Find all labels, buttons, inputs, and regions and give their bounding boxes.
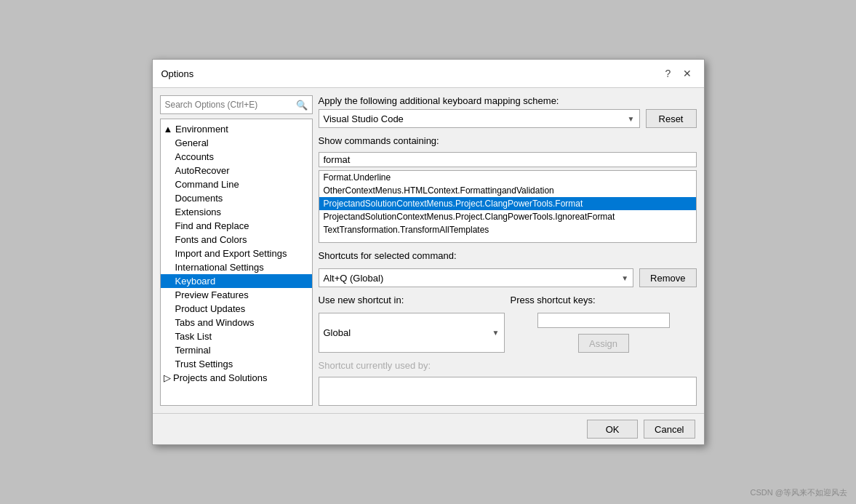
command-list-item[interactable]: ProjectandSolutionContextMenus.Project.C… — [319, 197, 696, 210]
tree-item[interactable]: International Settings — [161, 260, 312, 274]
title-bar-buttons: ? ✕ — [660, 65, 695, 81]
shortcut-dropdown-arrow: ▼ — [621, 274, 628, 282]
used-by-label: Shortcut currently used by: — [319, 360, 697, 371]
tree-item[interactable]: Documents — [161, 191, 312, 205]
dialog-body: 🔍 ▲ EnvironmentGeneralAccountsAutoRecove… — [153, 88, 704, 413]
options-dialog: Options ? ✕ 🔍 ▲ EnvironmentGeneralAccoun… — [152, 59, 705, 445]
tree-item[interactable]: Tabs and Windows — [161, 316, 312, 329]
mapping-row: Visual Studio Code ▼ Reset — [319, 109, 697, 128]
mapping-value: Visual Studio Code — [324, 113, 404, 124]
cancel-button[interactable]: Cancel — [644, 420, 695, 439]
tree-item[interactable]: Product Updates — [161, 302, 312, 316]
remove-button[interactable]: Remove — [639, 268, 696, 287]
use-new-value: Global — [324, 327, 351, 338]
tree-item[interactable]: Trust Settings — [161, 357, 312, 371]
tree-item[interactable]: AutoRecover — [161, 164, 312, 177]
command-list-item[interactable]: TextTransformation.TransformAllTemplates — [319, 223, 696, 236]
mapping-dropdown-arrow: ▼ — [628, 115, 635, 123]
tree-item[interactable]: Find and Replace — [161, 219, 312, 233]
use-new-dropdown-arrow: ▼ — [492, 329, 500, 337]
tree-view[interactable]: ▲ EnvironmentGeneralAccountsAutoRecoverC… — [160, 119, 313, 406]
shortcuts-section: Shortcuts for selected command: Alt+Q (G… — [319, 250, 697, 287]
used-by-box — [319, 377, 697, 406]
shortcut-value: Alt+Q (Global) — [324, 273, 384, 284]
press-keys-col: Press shortcut keys: — [511, 295, 697, 308]
assign-button[interactable]: Assign — [578, 334, 629, 353]
shortcut-labels-row: Use new shortcut in: Press shortcut keys… — [319, 295, 697, 308]
tree-item[interactable]: General — [161, 136, 312, 150]
show-commands-section: Show commands containing: Format.Underli… — [319, 135, 697, 243]
search-icon: 🔍 — [296, 100, 308, 111]
command-list-item[interactable]: OtherContextMenus.HTMLContext.Formatting… — [319, 184, 696, 197]
shortcuts-row: Alt+Q (Global) ▼ Remove — [319, 268, 697, 287]
left-panel: 🔍 ▲ EnvironmentGeneralAccountsAutoRecove… — [160, 95, 313, 406]
command-list-item[interactable]: ProjectandSolutionContextMenus.Project.C… — [319, 210, 696, 223]
tree-item[interactable]: Task List — [161, 329, 312, 343]
title-bar: Options ? ✕ — [153, 60, 704, 88]
commands-list[interactable]: Format.UnderlineOtherContextMenus.HTMLCo… — [319, 170, 697, 243]
ok-button[interactable]: OK — [587, 420, 638, 439]
shortcut-dropdown[interactable]: Alt+Q (Global) ▼ — [319, 268, 634, 287]
tree-item[interactable]: ▲ Environment — [161, 122, 312, 136]
right-panel: Apply the following additional keyboard … — [319, 95, 697, 406]
press-keys-input[interactable] — [537, 313, 670, 328]
press-keys-label: Press shortcut keys: — [511, 295, 697, 305]
tree-item[interactable]: Terminal — [161, 343, 312, 357]
mapping-dropdown[interactable]: Visual Studio Code ▼ — [319, 109, 640, 128]
press-keys-input-col: Assign — [511, 313, 697, 353]
command-list-item[interactable]: Format.Underline — [319, 171, 696, 184]
tree-item[interactable]: Import and Export Settings — [161, 247, 312, 260]
shortcuts-label: Shortcuts for selected command: — [319, 250, 697, 261]
mapping-label: Apply the following additional keyboard … — [319, 95, 697, 106]
use-new-shortcut-section: Use new shortcut in: Press shortcut keys… — [319, 295, 697, 353]
show-commands-input[interactable] — [319, 152, 697, 167]
watermark: CSDN @等风来不如迎风去 — [751, 487, 847, 498]
tree-item[interactable]: Command Line — [161, 177, 312, 191]
tree-item[interactable]: Fonts and Colors — [161, 233, 312, 247]
mapping-scheme-section: Apply the following additional keyboard … — [319, 95, 697, 128]
search-input[interactable] — [165, 100, 296, 110]
use-new-col: Use new shortcut in: — [319, 295, 505, 308]
shortcut-inputs-row: Global ▼ Assign — [319, 313, 697, 353]
use-new-dropdown[interactable]: Global ▼ — [319, 313, 505, 353]
tree-item[interactable]: Accounts — [161, 150, 312, 164]
reset-button[interactable]: Reset — [646, 109, 697, 128]
tree-item[interactable]: Extensions — [161, 205, 312, 219]
tree-item[interactable]: Keyboard — [161, 274, 312, 288]
dialog-footer: OK Cancel — [153, 413, 704, 444]
use-new-input-col: Global ▼ — [319, 313, 505, 353]
show-commands-label: Show commands containing: — [319, 135, 697, 146]
tree-item[interactable]: ▷ Projects and Solutions — [161, 371, 312, 385]
help-button[interactable]: ? — [660, 65, 676, 81]
shortcut-used-section: Shortcut currently used by: — [319, 360, 697, 406]
close-button[interactable]: ✕ — [679, 65, 695, 81]
tree-item[interactable]: Preview Features — [161, 288, 312, 302]
use-new-label: Use new shortcut in: — [319, 295, 505, 305]
search-box[interactable]: 🔍 — [160, 95, 313, 114]
dialog-title: Options — [161, 68, 194, 79]
